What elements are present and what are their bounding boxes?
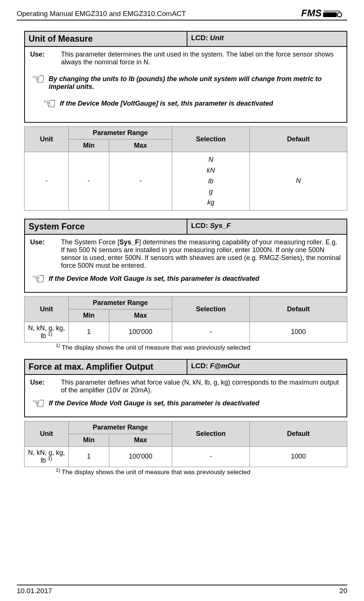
unit-list: N, kN, g, kg, lb [28,449,65,464]
footnote: 1) The display shows the unit of measure… [56,344,347,351]
use-text-pre: The System Force [ [61,238,119,246]
th-max: Max [109,139,172,152]
footer-date: 10.01.2017 [17,587,52,595]
footnote-sup: 1) [56,343,60,348]
td-unit: N, kN, g, kg, lb 1) [25,446,69,467]
logo-text: FMS [301,7,322,19]
param-block-unit: Unit of Measure LCD: Unit Use: This para… [24,31,347,123]
td-default: 1000 [250,322,347,342]
th-def: Default [250,127,347,152]
lcd-label: LCD: [191,34,210,42]
header-rule [17,20,347,20]
th-unit: Unit [25,421,69,446]
note-text: If the Device Mode Volt Gauge is set, th… [49,396,260,407]
th-min: Min [69,309,109,322]
footer: 10.01.2017 20 [17,585,347,595]
unit-list: N, kN, g, kg, lb [28,324,65,340]
note-text: If the Device Mode Volt Gauge is set, th… [49,271,260,283]
td-selection: N kN lb g kg [172,152,250,210]
note-text: By changing the units to lb (pounds) the… [49,71,341,91]
th-sel: Selection [172,296,250,322]
header: Operating Manual EMGZ310 and EMGZ310.Com… [17,7,347,19]
note-text: If the Device Mode [VoltGauge] is set, t… [60,96,273,107]
th-unit: Unit [25,296,69,322]
footnote-text: The display shows the unit of measure th… [60,469,251,476]
svg-point-1 [337,12,342,17]
th-min: Min [69,434,109,446]
lcd-value: Unit [210,34,224,42]
sel-opt: g [209,188,213,195]
param-block-system-force: System Force LCD: Sys_F Use: The System … [24,219,347,293]
use-text-sysf: Sys_F [119,238,139,246]
use-text: This parameter determines the unit used … [61,51,341,66]
th-def: Default [250,421,347,446]
th-prange: Parameter Range [69,127,172,139]
td-max: 100'000 [109,446,172,467]
use-label: Use: [30,379,51,394]
param-table-system-force: Unit Parameter Range Selection Default M… [24,296,347,343]
footer-rule [17,585,347,585]
lcd-label: LCD: [191,362,210,370]
param-block-force-max-out: Force at max. Amplifier Output LCD: F@mO… [24,359,347,417]
logo: FMS [301,7,347,19]
block1-lcd: LCD: Unit [187,32,347,46]
block2-title: System Force [25,219,187,234]
sel-opt: N [209,156,213,163]
td-max: 100'000 [109,322,172,342]
pointer-icon: ☞ [30,71,45,86]
block3-title: Force at max. Amplifier Output [25,360,187,374]
footer-page: 20 [339,587,347,595]
th-unit: Unit [25,127,69,152]
pointer-icon: ☞ [30,271,45,286]
doc-title: Operating Manual EMGZ310 and EMGZ310.Com… [17,7,186,18]
td-unit: N, kN, g, kg, lb 1) [25,322,69,342]
footnote-text: The display shows the unit of measure th… [60,344,251,351]
use-label: Use: [30,51,51,66]
td-unit: - [25,152,69,210]
td-min: 1 [69,446,109,467]
block1-title: Unit of Measure [25,32,187,46]
footnote: 1) The display shows the unit of measure… [56,469,347,476]
td-default: 1000 [250,446,347,467]
sel-opt: lb [208,177,213,185]
th-def: Default [250,296,347,322]
use-text: The System Force [Sys_F] determines the … [61,238,341,270]
use-text: This parameter defines what force value … [61,379,341,394]
svg-rect-0 [323,12,337,17]
th-max: Max [109,309,172,322]
th-max: Max [109,434,172,446]
param-table-unit: Unit Parameter Range Selection Default M… [24,126,347,210]
lcd-value: Sys_F [210,222,231,229]
td-selection: - [172,446,250,467]
logo-icon [323,9,344,18]
th-sel: Selection [172,421,250,446]
th-prange: Parameter Range [69,421,172,434]
unit-sup: 1) [48,331,52,337]
block2-lcd: LCD: Sys_F [187,219,347,234]
th-min: Min [69,139,109,152]
td-selection: - [172,322,250,342]
td-min: 1 [69,322,109,342]
use-label: Use: [30,238,51,270]
sel-opt: kN [207,167,215,174]
pointer-icon: ☞ [30,396,45,411]
th-prange: Parameter Range [69,296,172,309]
lcd-value: F@mOut [210,362,240,370]
lcd-label: LCD: [191,222,210,229]
block3-lcd: LCD: F@mOut [187,360,347,374]
th-sel: Selection [172,127,250,152]
footnote-sup: 1) [56,467,60,473]
td-min: - [69,152,109,210]
unit-sup: 1) [48,456,52,461]
pointer-icon: ☞ [41,96,56,111]
td-max: - [109,152,172,210]
param-table-force-max-out: Unit Parameter Range Selection Default M… [24,421,347,467]
sel-opt: kg [207,199,214,206]
td-default: N [250,152,347,210]
